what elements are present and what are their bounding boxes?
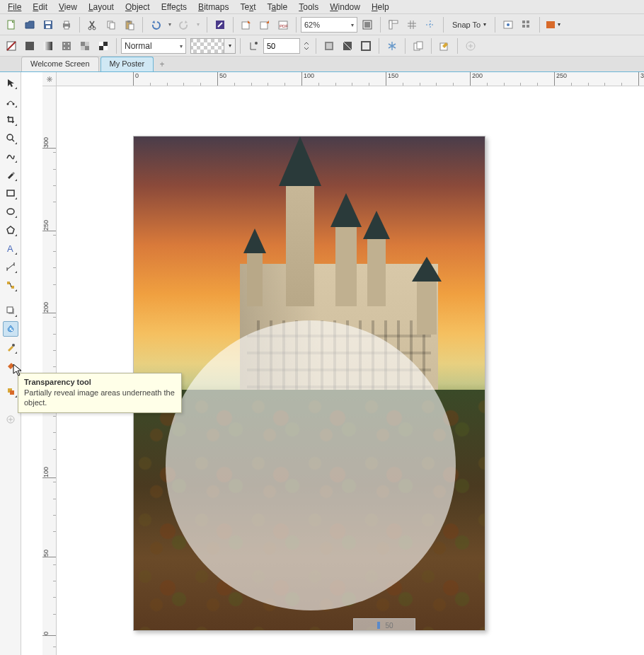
apply-outline-button[interactable] — [357, 37, 374, 54]
document-page[interactable]: 50 — [133, 136, 485, 631]
vector-pattern-button[interactable] — [58, 37, 75, 54]
svg-rect-47 — [326, 43, 332, 49]
paste-button[interactable] — [121, 16, 138, 33]
svg-point-56 — [7, 134, 13, 140]
workspace: A 050100150200250300 300250200150100500 — [0, 72, 644, 655]
svg-rect-27 — [522, 25, 525, 28]
transparency-target-icon — [245, 37, 262, 54]
merge-mode-select[interactable]: Normal ▾ — [121, 38, 186, 54]
menu-effects[interactable]: Effects — [156, 1, 192, 13]
text-tool[interactable]: A — [3, 240, 18, 256]
quick-customize-toolbox[interactable] — [3, 412, 18, 427]
zoom-tool[interactable] — [3, 130, 18, 146]
pick-tool[interactable] — [3, 75, 18, 91]
options-button[interactable] — [500, 16, 517, 33]
save-button[interactable] — [40, 16, 57, 33]
document-tab-bar: Welcome Screen My Poster + — [0, 57, 644, 72]
edit-transparency-button[interactable] — [436, 37, 453, 54]
crop-tool[interactable] — [3, 112, 18, 127]
menu-tools[interactable]: Tools — [293, 1, 324, 13]
menu-window[interactable]: Window — [324, 1, 366, 13]
menu-bitmaps[interactable]: Bitmaps — [192, 1, 234, 13]
smart-fill-tool[interactable] — [3, 383, 18, 399]
new-button[interactable] — [3, 16, 20, 33]
connector-tool[interactable] — [3, 277, 18, 293]
interactive-fill-tool[interactable] — [3, 358, 18, 373]
zoom-level-select[interactable]: 62% ▾ — [301, 17, 357, 33]
freehand-tool[interactable] — [3, 149, 18, 164]
canvas-area[interactable]: 050100150200250300 300250200150100500 — [21, 72, 644, 655]
apply-all-button[interactable] — [321, 37, 338, 54]
tab-add-button[interactable]: + — [155, 57, 169, 71]
fountain-transparency-button[interactable] — [40, 37, 57, 54]
page-slider-indicator[interactable]: 50 — [353, 618, 415, 631]
transparency-ellipse-object[interactable] — [166, 320, 456, 610]
undo-dropdown[interactable]: ▾ — [166, 16, 174, 33]
ruler-horizontal[interactable]: 050100150200250300 — [57, 72, 644, 86]
open-button[interactable] — [21, 16, 38, 33]
artistic-media-tool[interactable] — [3, 167, 18, 182]
transparency-value-spinner[interactable] — [301, 37, 311, 54]
print-button[interactable] — [58, 16, 75, 33]
ruler-vertical[interactable]: 300250200150100500 — [42, 86, 57, 655]
transparency-picker[interactable] — [190, 38, 224, 54]
redo-dropdown[interactable]: ▾ — [194, 16, 202, 33]
tab-welcome-screen[interactable]: Welcome Screen — [21, 57, 99, 71]
snap-to-dropdown[interactable]: Snap To ▾ — [448, 21, 490, 29]
transparency-picker-dropdown[interactable]: ▾ — [224, 38, 236, 54]
svg-text:A: A — [7, 243, 13, 253]
show-guidelines-button[interactable] — [422, 16, 439, 33]
import-button[interactable] — [238, 16, 255, 33]
svg-rect-43 — [99, 42, 103, 46]
shape-tool[interactable] — [3, 93, 18, 109]
menu-table[interactable]: Table — [262, 1, 294, 13]
tooltip-title: Transparency tool — [24, 378, 176, 386]
ruler-origin[interactable] — [42, 72, 57, 86]
full-screen-button[interactable] — [359, 16, 376, 33]
show-grid-button[interactable] — [403, 16, 420, 33]
menu-text[interactable]: Text — [234, 1, 261, 13]
parallel-dimension-tool[interactable] — [3, 259, 18, 274]
drop-shadow-tool[interactable] — [3, 303, 18, 318]
copy-transparency-button[interactable] — [410, 37, 427, 54]
uniform-transparency-button[interactable] — [21, 37, 38, 54]
svg-point-35 — [68, 43, 69, 45]
menu-view[interactable]: View — [53, 1, 83, 13]
export-button[interactable] — [256, 16, 273, 33]
apply-fill-button[interactable] — [339, 37, 356, 54]
quick-customize-propbar[interactable] — [462, 37, 479, 54]
svg-rect-32 — [44, 42, 52, 50]
svg-point-37 — [68, 47, 69, 49]
rectangle-tool[interactable] — [3, 185, 18, 201]
transparency-value-input[interactable] — [263, 38, 300, 54]
menu-edit[interactable]: Edit — [27, 1, 53, 13]
menu-help[interactable]: Help — [366, 1, 395, 13]
svg-rect-12 — [127, 21, 130, 23]
polygon-tool[interactable] — [3, 222, 18, 238]
show-rulers-button[interactable] — [385, 16, 402, 33]
svg-rect-31 — [25, 42, 34, 50]
undo-button[interactable] — [147, 16, 164, 33]
no-transparency-button[interactable] — [3, 37, 20, 54]
publish-pdf-button[interactable]: PDF — [275, 16, 292, 33]
layout-dropdown[interactable]: ▾ — [544, 16, 561, 33]
two-color-pattern-button[interactable] — [95, 37, 112, 54]
redo-button[interactable] — [176, 16, 192, 33]
tab-my-poster[interactable]: My Poster — [100, 57, 154, 71]
copy-button[interactable] — [103, 16, 120, 33]
ellipse-tool[interactable] — [3, 204, 18, 219]
menu-object[interactable]: Object — [120, 1, 156, 13]
svg-rect-64 — [10, 328, 11, 330]
svg-rect-25 — [522, 21, 525, 23]
search-content-button[interactable] — [212, 16, 229, 33]
cut-button[interactable] — [84, 16, 101, 33]
svg-rect-2 — [45, 21, 51, 24]
freeze-button[interactable] — [384, 37, 401, 54]
menu-layout[interactable]: Layout — [83, 1, 120, 13]
bitmap-pattern-button[interactable] — [76, 37, 93, 54]
transparency-tool[interactable] — [3, 321, 18, 337]
menu-file[interactable]: File — [2, 1, 27, 13]
app-launcher-button[interactable] — [518, 16, 535, 33]
color-eyedropper-tool[interactable] — [3, 340, 18, 355]
menu-bar: File Edit View Layout Object Effects Bit… — [0, 0, 644, 14]
